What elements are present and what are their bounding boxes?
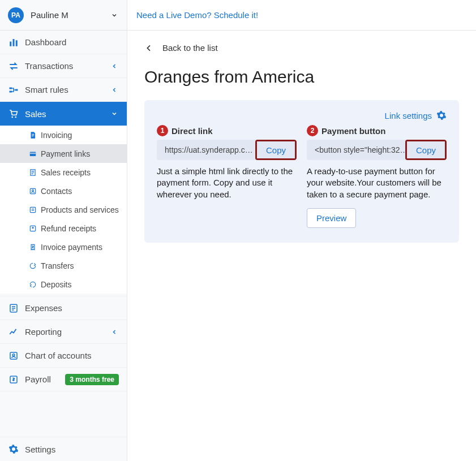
gear-icon [8, 443, 19, 455]
svg-point-12 [32, 189, 34, 191]
contacts-icon [28, 187, 37, 196]
sub-label: Transfers [41, 261, 74, 270]
sub-payment-links[interactable]: Payment links [0, 144, 127, 163]
sales-receipts-icon [28, 168, 37, 177]
sidebar: PA Pauline M Dashboard Transactions [0, 0, 127, 461]
chevron-down-icon [110, 109, 119, 118]
sub-invoice-payments[interactable]: Invoice payments [0, 238, 127, 256]
sales-submenu: Invoicing Payment links Sales receipts C… [0, 126, 127, 294]
expenses-icon [8, 303, 19, 314]
sub-transfers[interactable]: Transfers [0, 256, 127, 275]
nav-transactions[interactable]: Transactions [0, 54, 127, 78]
copy-button-code-button[interactable]: Copy [407, 141, 445, 158]
svg-rect-5 [15, 89, 18, 91]
gear-icon [436, 110, 447, 120]
svg-rect-3 [10, 87, 12, 89]
chevron-down-icon [110, 11, 119, 20]
sales-icon [8, 108, 19, 119]
nav: Dashboard Transactions Smart rules [0, 31, 127, 437]
svg-point-7 [15, 117, 16, 118]
copy-highlight: Copy [405, 140, 447, 160]
payroll-badge: 3 months free [65, 374, 119, 385]
sub-invoicing[interactable]: Invoicing [0, 126, 127, 144]
step-badge-1: 1 [157, 125, 168, 136]
direct-link-desc: Just a simple html link directly to the … [157, 166, 297, 200]
user-name: Pauline M [31, 10, 110, 20]
svg-rect-0 [10, 41, 11, 46]
nav-expenses[interactable]: Expenses [0, 296, 127, 320]
svg-rect-4 [10, 91, 12, 92]
payment-button-desc: A ready-to-use payment button for your w… [307, 166, 447, 200]
svg-rect-9 [30, 153, 36, 153]
preview-button[interactable]: Preview [307, 208, 356, 228]
chevron-left-icon [144, 44, 153, 53]
sub-label: Products and services [41, 205, 119, 214]
nav-label: Payroll [25, 374, 61, 384]
transfers-icon [28, 261, 37, 270]
direct-link-value[interactable]: https://uat.synderapp.c… [157, 140, 255, 160]
sub-label: Sales receipts [41, 168, 91, 177]
payment-links-icon [28, 149, 37, 158]
products-icon [28, 205, 37, 214]
refund-icon [28, 224, 37, 233]
dashboard-icon [8, 37, 19, 48]
sub-label: Refund receipts [41, 224, 96, 233]
nav-label: Sales [25, 109, 110, 119]
nav-label: Dashboard [25, 37, 119, 47]
svg-rect-1 [13, 39, 15, 46]
content: Back to the list Oranges from America Li… [127, 31, 476, 461]
smart-rules-icon [8, 84, 19, 96]
svg-rect-8 [30, 152, 36, 156]
sub-sales-receipts[interactable]: Sales receipts [0, 163, 127, 182]
nav-label: Expenses [25, 303, 119, 313]
copy-highlight: Copy [255, 140, 297, 160]
chevron-left-icon [110, 328, 119, 337]
chevron-left-icon [110, 85, 119, 94]
chart-accounts-icon [8, 350, 19, 361]
copy-direct-button[interactable]: Copy [257, 141, 295, 158]
page-title: Oranges from America [144, 67, 459, 87]
nav-settings[interactable]: Settings [0, 437, 127, 461]
direct-link-title: Direct link [171, 126, 213, 136]
back-button[interactable]: Back to the list [144, 43, 459, 53]
avatar: PA [8, 7, 24, 23]
reporting-icon [8, 326, 19, 338]
nav-label: Settings [25, 445, 119, 454]
nav-chart-of-accounts[interactable]: Chart of accounts [0, 344, 127, 368]
nav-dashboard[interactable]: Dashboard [0, 31, 127, 54]
deposits-icon [28, 280, 37, 289]
sub-label: Payment links [41, 149, 90, 158]
direct-link-section: 1 Direct link https://uat.synderapp.c… C… [157, 125, 297, 228]
nav-sales[interactable]: Sales [0, 102, 127, 126]
demo-link[interactable]: Need a Live Demo? Schedule it! [136, 10, 258, 20]
back-label: Back to the list [162, 43, 218, 53]
nav-reporting[interactable]: Reporting [0, 320, 127, 344]
sub-label: Contacts [41, 187, 72, 196]
sub-refund-receipts[interactable]: Refund receipts [0, 219, 127, 238]
chevron-left-icon [110, 62, 119, 71]
nav-label: Transactions [25, 61, 110, 71]
sub-products-services[interactable]: Products and services [0, 200, 127, 219]
sub-label: Invoicing [41, 131, 72, 140]
sub-contacts[interactable]: Contacts [0, 182, 127, 200]
step-badge-2: 2 [307, 125, 318, 136]
user-menu[interactable]: PA Pauline M [0, 0, 127, 31]
nav-label: Smart rules [25, 85, 110, 94]
link-panel: Link settings 1 Direct link https://u [144, 100, 459, 243]
payment-button-value[interactable]: <button style="height:32… [307, 140, 405, 160]
invoice-payments-icon [28, 243, 37, 252]
topbar: Need a Live Demo? Schedule it! [127, 0, 476, 31]
svg-point-6 [11, 117, 13, 118]
sub-label: Invoice payments [41, 243, 102, 252]
nav-smart-rules[interactable]: Smart rules [0, 78, 127, 102]
invoicing-icon [28, 131, 37, 140]
payroll-icon [8, 374, 19, 385]
sub-label: Deposits [41, 280, 71, 289]
nav-label: Reporting [25, 327, 110, 337]
nav-payroll[interactable]: Payroll 3 months free [0, 368, 127, 391]
payment-button-title: Payment button [321, 126, 385, 136]
main: Need a Live Demo? Schedule it! Back to t… [127, 0, 476, 461]
sub-deposits[interactable]: Deposits [0, 275, 127, 294]
link-settings-button[interactable]: Link settings [385, 110, 447, 120]
link-settings-label: Link settings [385, 111, 432, 120]
